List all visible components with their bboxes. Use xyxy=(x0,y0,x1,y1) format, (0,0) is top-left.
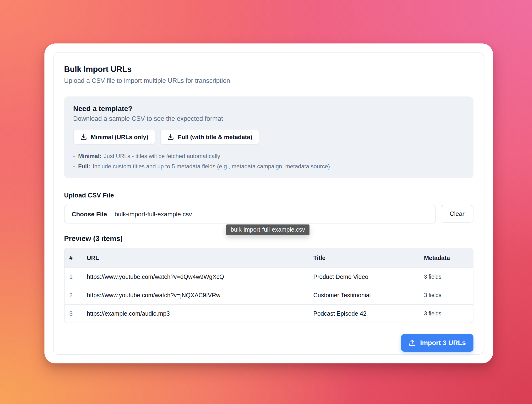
download-minimal-template-button[interactable]: Minimal (URLs only) xyxy=(73,130,155,145)
note-minimal-term: Minimal: xyxy=(78,153,101,159)
clear-button[interactable]: Clear xyxy=(441,205,474,222)
row-url: https://www.youtube.com/watch?v=dQw4w9Wg… xyxy=(87,273,313,280)
upload-icon xyxy=(409,339,416,347)
template-heading: Need a template? xyxy=(73,105,464,113)
page-subtitle: Upload a CSV file to import multiple URL… xyxy=(64,77,474,84)
column-header-title: Title xyxy=(313,254,424,261)
note-full: •Full:Include custom titles and up to 5 … xyxy=(73,161,464,172)
row-metadata: 3 fields xyxy=(424,292,473,298)
preview-heading: Preview (3 items) xyxy=(64,234,474,243)
row-title: Customer Testimonial xyxy=(313,292,424,299)
table-header-row: # URL Title Metadata xyxy=(65,248,473,267)
page-title: Bulk Import URLs xyxy=(64,64,474,74)
actions-row: Import 3 URLs xyxy=(64,334,474,352)
template-section: Need a template? Download a sample CSV t… xyxy=(64,96,474,178)
download-full-template-button[interactable]: Full (with title & metadata) xyxy=(160,130,259,145)
column-header-metadata: Metadata xyxy=(424,254,473,261)
note-full-text: Include custom titles and up to 5 metada… xyxy=(93,163,330,170)
download-full-label: Full (with title & metadata) xyxy=(178,134,252,141)
import-button-label: Import 3 URLs xyxy=(420,339,466,347)
bullet-dot: • xyxy=(73,154,75,159)
table-row: 3 https://example.com/audio.mp3 Podcast … xyxy=(65,304,473,322)
import-button[interactable]: Import 3 URLs xyxy=(401,334,474,352)
selected-file-name: bulk-import-full-example.csv xyxy=(115,211,192,218)
row-url: https://www.youtube.com/watch?v=jNQXAC9I… xyxy=(87,292,313,299)
download-icon xyxy=(80,134,87,140)
note-minimal-text: Just URLs - titles will be fetched autom… xyxy=(104,153,220,159)
column-header-url: URL xyxy=(87,254,313,261)
table-row: 2 https://www.youtube.com/watch?v=jNQXAC… xyxy=(65,286,473,304)
file-upload-row: Choose File bulk-import-full-example.csv… xyxy=(64,205,474,223)
row-index: 2 xyxy=(65,292,87,299)
choose-file-button[interactable]: Choose File xyxy=(72,211,107,218)
row-index: 3 xyxy=(65,310,87,317)
template-description: Download a sample CSV to see the expecte… xyxy=(73,115,464,122)
template-buttons-row: Minimal (URLs only) Full (with title & m… xyxy=(73,130,464,145)
file-name-tooltip: bulk-import-full-example.csv xyxy=(226,224,310,235)
bulk-import-window: Bulk Import URLs Upload a CSV file to im… xyxy=(45,44,493,363)
file-input[interactable]: Choose File bulk-import-full-example.csv xyxy=(64,205,436,223)
upload-csv-label: Upload CSV File xyxy=(64,192,474,199)
download-minimal-label: Minimal (URLs only) xyxy=(91,134,148,141)
download-icon xyxy=(167,134,174,140)
row-title: Product Demo Video xyxy=(313,273,424,280)
template-notes: •Minimal:Just URLs - titles will be fetc… xyxy=(73,151,464,172)
row-title: Podcast Episode 42 xyxy=(313,310,424,317)
row-index: 1 xyxy=(65,273,87,280)
row-url: https://example.com/audio.mp3 xyxy=(87,310,313,317)
note-minimal: •Minimal:Just URLs - titles will be fetc… xyxy=(73,151,464,161)
desktop-background: Bulk Import URLs Upload a CSV file to im… xyxy=(0,0,532,404)
note-full-term: Full: xyxy=(78,163,90,170)
column-header-index: # xyxy=(65,254,87,261)
table-row: 1 https://www.youtube.com/watch?v=dQw4w9… xyxy=(65,267,473,286)
row-metadata: 3 fields xyxy=(424,310,473,317)
bulk-import-card: Bulk Import URLs Upload a CSV file to im… xyxy=(53,52,484,355)
preview-table: # URL Title Metadata 1 https://www.youtu… xyxy=(64,248,474,323)
bullet-dot: • xyxy=(73,164,75,169)
row-metadata: 3 fields xyxy=(424,274,473,280)
